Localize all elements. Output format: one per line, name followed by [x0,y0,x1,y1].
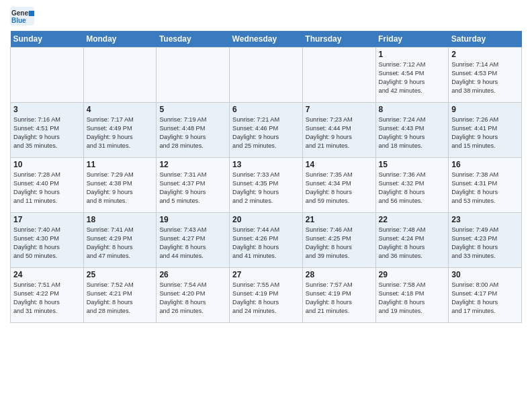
weekday-header-friday: Friday [375,31,449,48]
day-number: 20 [232,215,300,224]
calendar-cell: 17Sunrise: 7:40 AM Sunset: 4:30 PM Dayli… [11,213,84,268]
logo-icon: General Blue [10,7,34,26]
day-info: Sunrise: 7:28 AM Sunset: 4:40 PM Dayligh… [13,171,81,205]
calendar-cell: 21Sunrise: 7:46 AM Sunset: 4:25 PM Dayli… [302,213,375,268]
calendar-cell: 8Sunrise: 7:24 AM Sunset: 4:43 PM Daylig… [375,103,449,158]
day-info: Sunrise: 7:54 AM Sunset: 4:20 PM Dayligh… [159,281,226,316]
day-number: 8 [379,105,446,114]
day-number: 13 [232,160,300,169]
day-info: Sunrise: 7:33 AM Sunset: 4:35 PM Dayligh… [232,171,300,205]
day-info: Sunrise: 7:12 AM Sunset: 4:54 PM Dayligh… [379,60,446,95]
day-info: Sunrise: 7:16 AM Sunset: 4:51 PM Dayligh… [13,116,81,150]
day-info: Sunrise: 7:52 AM Sunset: 4:21 PM Dayligh… [87,281,154,316]
day-number: 18 [87,215,154,224]
day-number: 27 [232,270,300,279]
day-info: Sunrise: 7:44 AM Sunset: 4:26 PM Dayligh… [232,226,300,261]
day-info: Sunrise: 7:51 AM Sunset: 4:22 PM Dayligh… [13,281,81,316]
day-number: 26 [159,270,226,279]
day-number: 19 [159,215,226,224]
calendar-week-0: 1Sunrise: 7:12 AM Sunset: 4:54 PM Daylig… [11,48,522,103]
weekday-header-sunday: Sunday [11,31,84,48]
day-info: Sunrise: 7:26 AM Sunset: 4:41 PM Dayligh… [451,116,519,150]
day-number: 7 [306,105,373,114]
weekday-header-thursday: Thursday [302,31,375,48]
day-number: 15 [379,160,446,169]
calendar-cell: 30Sunrise: 8:00 AM Sunset: 4:17 PM Dayli… [449,268,522,323]
page-header: General Blue [10,7,522,26]
calendar-cell: 28Sunrise: 7:57 AM Sunset: 4:19 PM Dayli… [302,268,375,323]
day-info: Sunrise: 7:23 AM Sunset: 4:44 PM Dayligh… [306,116,373,150]
calendar-cell [11,48,84,103]
calendar-week-3: 17Sunrise: 7:40 AM Sunset: 4:30 PM Dayli… [11,213,522,268]
calendar-cell: 16Sunrise: 7:38 AM Sunset: 4:31 PM Dayli… [449,158,522,213]
day-info: Sunrise: 7:31 AM Sunset: 4:37 PM Dayligh… [159,171,226,205]
day-number: 30 [451,270,519,279]
day-info: Sunrise: 7:38 AM Sunset: 4:31 PM Dayligh… [451,171,519,205]
calendar-cell: 3Sunrise: 7:16 AM Sunset: 4:51 PM Daylig… [11,103,84,158]
calendar-cell: 26Sunrise: 7:54 AM Sunset: 4:20 PM Dayli… [157,268,230,323]
day-info: Sunrise: 7:57 AM Sunset: 4:19 PM Dayligh… [306,281,373,316]
calendar-cell: 2Sunrise: 7:14 AM Sunset: 4:53 PM Daylig… [449,48,522,103]
calendar-cell [157,48,230,103]
page-container: General Blue SundayMondayTuesdayWednesda… [0,0,532,326]
weekday-header-row: SundayMondayTuesdayWednesdayThursdayFrid… [11,31,522,48]
day-info: Sunrise: 7:55 AM Sunset: 4:19 PM Dayligh… [232,281,300,316]
calendar-cell: 25Sunrise: 7:52 AM Sunset: 4:21 PM Dayli… [83,268,157,323]
day-number: 16 [451,160,519,169]
day-info: Sunrise: 7:29 AM Sunset: 4:38 PM Dayligh… [87,171,154,205]
day-info: Sunrise: 7:41 AM Sunset: 4:29 PM Dayligh… [87,226,154,261]
calendar-cell: 14Sunrise: 7:35 AM Sunset: 4:34 PM Dayli… [302,158,375,213]
calendar-cell [230,48,303,103]
weekday-header-wednesday: Wednesday [230,31,303,48]
day-number: 2 [451,50,519,59]
day-number: 17 [13,215,81,224]
calendar-cell: 12Sunrise: 7:31 AM Sunset: 4:37 PM Dayli… [157,158,230,213]
day-number: 6 [232,105,300,114]
calendar-cell: 5Sunrise: 7:19 AM Sunset: 4:48 PM Daylig… [157,103,230,158]
svg-text:Blue: Blue [11,17,26,24]
day-number: 23 [451,215,519,224]
calendar-cell: 9Sunrise: 7:26 AM Sunset: 4:41 PM Daylig… [449,103,522,158]
calendar-cell: 15Sunrise: 7:36 AM Sunset: 4:32 PM Dayli… [375,158,449,213]
day-number: 28 [306,270,373,279]
calendar-cell: 7Sunrise: 7:23 AM Sunset: 4:44 PM Daylig… [302,103,375,158]
day-info: Sunrise: 7:36 AM Sunset: 4:32 PM Dayligh… [379,171,446,205]
day-number: 12 [159,160,226,169]
day-info: Sunrise: 7:48 AM Sunset: 4:24 PM Dayligh… [379,226,446,261]
day-number: 1 [379,50,446,59]
day-number: 3 [13,105,81,114]
weekday-header-saturday: Saturday [449,31,522,48]
day-info: Sunrise: 7:24 AM Sunset: 4:43 PM Dayligh… [379,116,446,150]
calendar-cell [302,48,375,103]
calendar-cell [83,48,157,103]
logo: General Blue [10,7,34,26]
svg-marker-2 [29,11,34,16]
day-number: 21 [306,215,373,224]
day-info: Sunrise: 7:19 AM Sunset: 4:48 PM Dayligh… [159,116,226,150]
day-number: 5 [159,105,226,114]
calendar-cell: 22Sunrise: 7:48 AM Sunset: 4:24 PM Dayli… [375,213,449,268]
calendar-cell: 29Sunrise: 7:58 AM Sunset: 4:18 PM Dayli… [375,268,449,323]
calendar-cell: 4Sunrise: 7:17 AM Sunset: 4:49 PM Daylig… [83,103,157,158]
day-number: 10 [13,160,81,169]
day-info: Sunrise: 7:58 AM Sunset: 4:18 PM Dayligh… [379,281,446,316]
calendar-cell: 23Sunrise: 7:49 AM Sunset: 4:23 PM Dayli… [449,213,522,268]
calendar-cell: 1Sunrise: 7:12 AM Sunset: 4:54 PM Daylig… [375,48,449,103]
day-number: 9 [451,105,519,114]
calendar-cell: 13Sunrise: 7:33 AM Sunset: 4:35 PM Dayli… [230,158,303,213]
day-number: 24 [13,270,81,279]
day-info: Sunrise: 7:46 AM Sunset: 4:25 PM Dayligh… [306,226,373,261]
day-number: 25 [87,270,154,279]
calendar-cell: 6Sunrise: 7:21 AM Sunset: 4:46 PM Daylig… [230,103,303,158]
day-info: Sunrise: 7:17 AM Sunset: 4:49 PM Dayligh… [87,116,154,150]
calendar-table: SundayMondayTuesdayWednesdayThursdayFrid… [10,31,522,323]
day-info: Sunrise: 7:21 AM Sunset: 4:46 PM Dayligh… [232,116,300,150]
calendar-cell: 11Sunrise: 7:29 AM Sunset: 4:38 PM Dayli… [83,158,157,213]
day-number: 4 [87,105,154,114]
day-number: 29 [379,270,446,279]
calendar-cell: 20Sunrise: 7:44 AM Sunset: 4:26 PM Dayli… [230,213,303,268]
calendar-cell: 18Sunrise: 7:41 AM Sunset: 4:29 PM Dayli… [83,213,157,268]
calendar-week-4: 24Sunrise: 7:51 AM Sunset: 4:22 PM Dayli… [11,268,522,323]
day-info: Sunrise: 7:43 AM Sunset: 4:27 PM Dayligh… [159,226,226,261]
calendar-cell: 10Sunrise: 7:28 AM Sunset: 4:40 PM Dayli… [11,158,84,213]
